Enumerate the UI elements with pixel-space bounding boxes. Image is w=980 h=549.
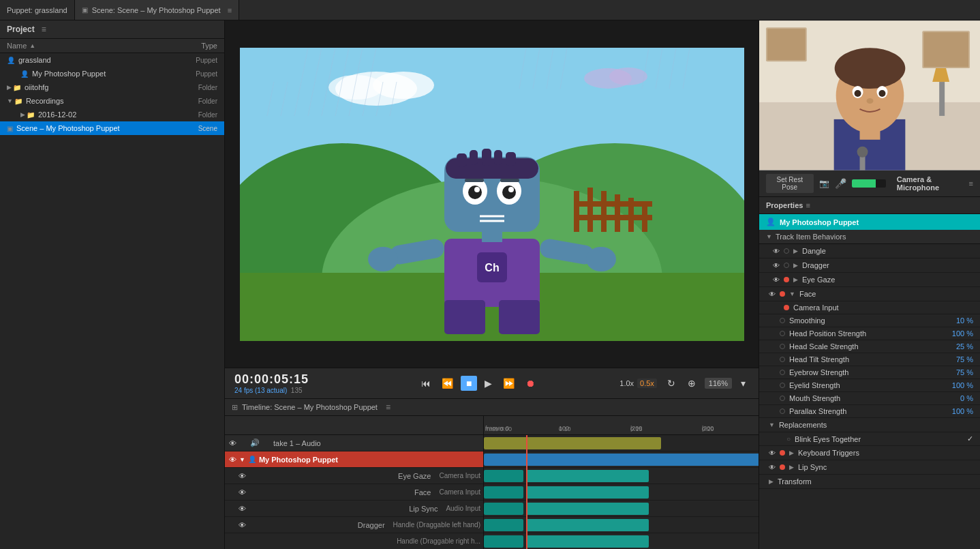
dragger-clip[interactable]: [484, 519, 523, 531]
puppet-arrow-icon[interactable]: ▼: [239, 456, 245, 463]
head-scale-dot: [780, 344, 785, 349]
lip-sync-expand-icon[interactable]: ▶: [789, 464, 794, 471]
eye-gaze-behavior-item[interactable]: 👁 ▶ Eye Gaze: [759, 273, 980, 287]
replacements-label: Replacements: [779, 421, 827, 429]
dragger2-clip[interactable]: [484, 535, 523, 548]
dragger-eye-icon[interactable]: 👁: [773, 262, 780, 269]
eyebrow-dot: [780, 370, 785, 375]
skip-forward-button[interactable]: ⏩: [500, 376, 518, 391]
camera-section: [759, 20, 980, 170]
eye-gaze-clip[interactable]: [484, 470, 523, 482]
face-clip2[interactable]: [526, 486, 649, 499]
keyboard-triggers-item[interactable]: 👁 ▶ Keyboard Triggers: [759, 446, 980, 460]
skip-to-start-button[interactable]: ⏮: [418, 376, 434, 391]
item-name-label: My Photoshop Puppet: [32, 70, 163, 78]
dangle-behavior-item[interactable]: 👁 ▶ Dangle: [759, 244, 980, 258]
face-clip[interactable]: [484, 486, 523, 499]
mouth-value[interactable]: 0 %: [946, 394, 973, 402]
globe-button[interactable]: ⊕: [684, 376, 699, 391]
play-button[interactable]: ▶: [481, 376, 495, 391]
folder-arrow[interactable]: ▼: [7, 98, 13, 104]
track-item-behaviors-header[interactable]: ▼ Track Item Behaviors: [759, 230, 980, 244]
eye-gaze-eye-icon[interactable]: 👁: [239, 472, 246, 480]
eye-gaze-eye-icon[interactable]: 👁: [773, 276, 780, 284]
folder-arrow[interactable]: ▶: [7, 84, 12, 91]
eyelid-value[interactable]: 100 %: [946, 381, 973, 389]
svg-point-50: [502, 186, 516, 199]
dangle-eye-icon[interactable]: 👁: [773, 248, 780, 255]
col-name-header[interactable]: Name ▲: [7, 42, 163, 50]
eye-gaze-clip2[interactable]: [526, 470, 649, 482]
puppet-eye-icon[interactable]: 👁: [229, 456, 236, 464]
lip-sync-behavior-item[interactable]: 👁 ▶ Lip Sync: [759, 460, 980, 475]
audio-eye-icon[interactable]: 👁: [229, 439, 236, 447]
dragger-eye-icon[interactable]: 👁: [239, 521, 246, 529]
folder-arrow[interactable]: ▶: [20, 111, 25, 118]
set-rest-pose-button[interactable]: Set Rest Pose: [766, 174, 814, 193]
audio-clip[interactable]: [484, 437, 661, 449]
head-tilt-dot: [780, 357, 785, 362]
head-tilt-value[interactable]: 75 %: [946, 355, 973, 363]
playback-right: ↻ ⊕ 116% ▾: [664, 376, 749, 391]
lip-sync-track-name: Lip Sync: [249, 505, 443, 513]
scene-tab-menu-icon[interactable]: ≡: [228, 6, 232, 14]
record-button[interactable]: ⏺: [522, 376, 538, 391]
project-item-recordings[interactable]: ▼📁RecordingsFolder: [0, 94, 224, 108]
timeline-icon: ⊞: [232, 403, 238, 412]
eyelid-dot: [780, 383, 785, 388]
camera-menu-icon[interactable]: ≡: [969, 179, 973, 188]
svg-point-64: [368, 247, 398, 271]
eyebrow-value[interactable]: 75 %: [946, 368, 973, 376]
face-eye-icon[interactable]: 👁: [769, 291, 776, 298]
scene-tab[interactable]: ▣ Scene: Scene – My Photoshop Puppet ≡: [75, 0, 239, 20]
smoothing-value[interactable]: 10 %: [946, 316, 973, 325]
project-item-2016-12-02[interactable]: ▶📁2016-12-02Folder: [0, 108, 224, 121]
lip-sync-clip2[interactable]: [526, 503, 649, 515]
face-behavior-header[interactable]: 👁 ▼ Face: [759, 287, 980, 301]
blink-eyes-label: Blink Eyes Together: [795, 435, 963, 443]
transform-expand-icon[interactable]: ▶: [769, 478, 774, 485]
project-item-scene[interactable]: ▣Scene – My Photoshop PuppetScene: [0, 121, 224, 135]
dragger-clip2[interactable]: [526, 519, 649, 531]
dragger-behavior-item[interactable]: 👁 ▶ Dragger: [759, 258, 980, 273]
project-title: Project: [7, 25, 35, 34]
properties-menu-icon[interactable]: ≡: [806, 201, 810, 209]
refresh-button[interactable]: ↻: [664, 376, 679, 391]
project-item-my-photoshop-puppet[interactable]: 👤My Photoshop PuppetPuppet: [0, 67, 224, 80]
dragger2-clip2[interactable]: [526, 535, 649, 548]
timeline-menu-icon[interactable]: ≡: [386, 402, 391, 412]
face-track-name: Face: [249, 488, 436, 496]
audio-vol-icon[interactable]: 🔊: [250, 439, 260, 447]
replacements-header[interactable]: ▼ Replacements: [759, 418, 980, 432]
head-scale-value[interactable]: 25 %: [946, 342, 973, 351]
project-item-oiitohfg[interactable]: ▶📁oiitohfgFolder: [0, 80, 224, 94]
eye-gaze-expand-icon[interactable]: ▶: [793, 276, 798, 283]
keyboard-triggers-eye-icon[interactable]: 👁: [769, 449, 776, 457]
dangle-expand-icon[interactable]: ▶: [793, 248, 798, 254]
chevron-down-button[interactable]: ▾: [737, 376, 749, 391]
lip-sync-clip[interactable]: [484, 503, 523, 515]
replacements-expand-icon[interactable]: ▼: [769, 421, 775, 428]
col-type-header: Type: [163, 42, 217, 50]
stop-button[interactable]: ■: [461, 376, 477, 391]
mic-icon[interactable]: 🎤: [835, 178, 846, 189]
puppet-tab[interactable]: Puppet: grassland: [0, 0, 75, 20]
project-item-grassland[interactable]: 👤grasslandPuppet: [0, 53, 224, 67]
camera-icon[interactable]: 📷: [819, 179, 829, 188]
folder-icon: 📁: [14, 98, 22, 105]
dragger-expand-icon[interactable]: ▶: [793, 262, 798, 269]
face-eye-icon[interactable]: 👁: [239, 488, 246, 496]
mic-level-bar: [852, 179, 876, 188]
transform-item[interactable]: ▶ Transform: [759, 475, 980, 489]
puppet-clip[interactable]: [484, 454, 759, 466]
svg-rect-13: [615, 194, 620, 232]
keyboard-triggers-expand-icon[interactable]: ▶: [789, 449, 794, 456]
rewind-button[interactable]: ⏪: [438, 376, 457, 391]
parallax-value[interactable]: 100 %: [946, 407, 973, 415]
face-expand-icon[interactable]: ▼: [789, 291, 795, 297]
scene-icon: ▣: [82, 6, 88, 14]
lip-sync-eye-icon[interactable]: 👁: [239, 505, 246, 513]
project-menu-icon[interactable]: ≡: [42, 25, 46, 34]
head-position-value[interactable]: 100 %: [946, 329, 973, 338]
lip-sync-eye-icon[interactable]: 👁: [769, 464, 776, 471]
